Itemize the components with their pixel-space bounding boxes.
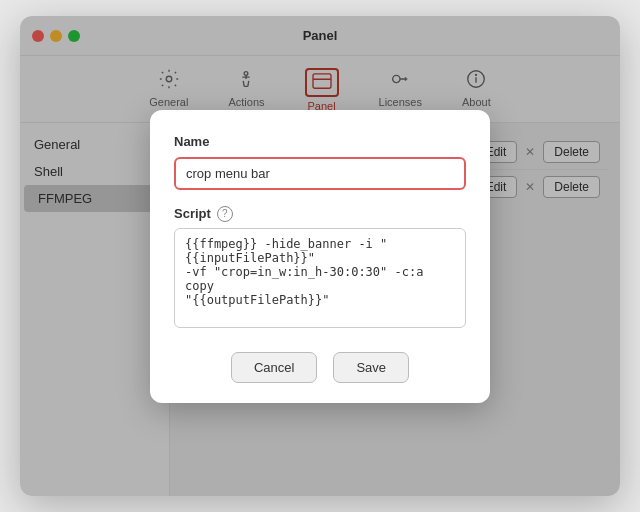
modal-buttons: Cancel Save xyxy=(174,352,466,383)
modal-dialog: Name Script ? {{ffmpeg}} -hide_banner -i… xyxy=(150,110,490,403)
script-label: Script xyxy=(174,206,211,221)
save-button[interactable]: Save xyxy=(333,352,409,383)
modal-overlay: Name Script ? {{ffmpeg}} -hide_banner -i… xyxy=(20,16,620,496)
script-label-row: Script ? xyxy=(174,206,466,222)
name-label: Name xyxy=(174,134,466,149)
cancel-button[interactable]: Cancel xyxy=(231,352,317,383)
script-textarea[interactable]: {{ffmpeg}} -hide_banner -i "{{inputFileP… xyxy=(174,228,466,328)
app-window: Panel General Actions xyxy=(20,16,620,496)
help-icon[interactable]: ? xyxy=(217,206,233,222)
name-input[interactable] xyxy=(174,157,466,190)
